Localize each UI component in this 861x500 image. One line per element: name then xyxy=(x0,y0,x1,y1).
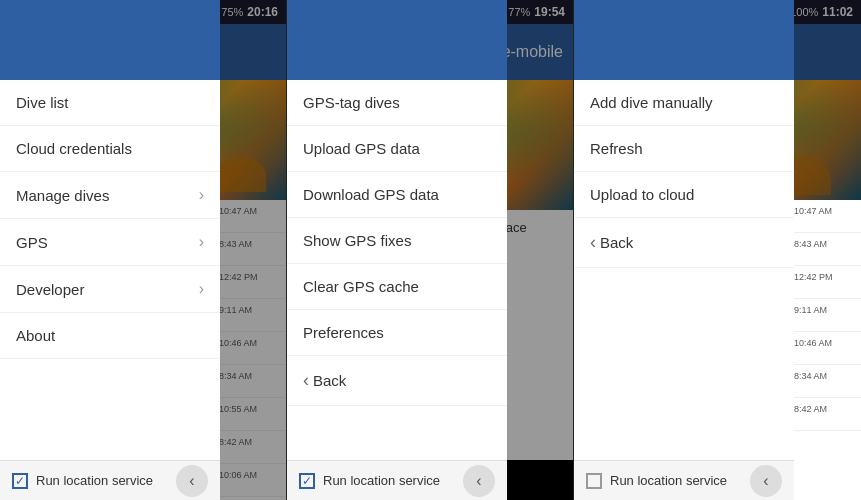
about-label: About xyxy=(16,327,55,344)
gps-menu-items: GPS-tag dives Upload GPS data Download G… xyxy=(287,80,507,460)
back-button-1[interactable]: ‹ xyxy=(176,465,208,497)
gps-tag-dives-label: GPS-tag dives xyxy=(303,94,400,111)
back-button-2[interactable]: ‹ xyxy=(463,465,495,497)
action-menu-header xyxy=(574,0,794,80)
drawer-item-gps[interactable]: GPS › xyxy=(0,219,220,266)
gps-menu-drawer: GPS-tag dives Upload GPS data Download G… xyxy=(287,0,507,500)
dive-list-label: Dive list xyxy=(16,94,69,111)
back-label-2: Back xyxy=(313,372,346,389)
show-gps-fixes-label: Show GPS fixes xyxy=(303,232,411,249)
panel-1: 📶 ◈ ⦿ 75% 20:16 🤿 Subsurface 04 Mar 2016… xyxy=(0,0,287,500)
back-button-3[interactable]: ‹ xyxy=(750,465,782,497)
show-gps-fixes[interactable]: Show GPS fixes xyxy=(287,218,507,264)
drawer-item-about[interactable]: About xyxy=(0,313,220,359)
upload-to-cloud[interactable]: Upload to cloud xyxy=(574,172,794,218)
drawer-footer-3: Run location service ‹ xyxy=(574,460,794,500)
chevron-right-icon: › xyxy=(199,233,204,251)
run-location-checkbox-1[interactable]: ✓ xyxy=(12,473,28,489)
drawer-footer-2: ✓ Run location service ‹ xyxy=(287,460,507,500)
run-location-label-2: Run location service xyxy=(323,473,440,488)
back-item-2[interactable]: ‹ Back xyxy=(287,356,507,406)
back-label-3: Back xyxy=(600,234,633,251)
back-chevron-icon-3: ‹ xyxy=(590,232,596,253)
drawer-item-dive-list[interactable]: Dive list xyxy=(0,80,220,126)
gps-tag-dives[interactable]: GPS-tag dives xyxy=(287,80,507,126)
refresh-label: Refresh xyxy=(590,140,643,157)
download-gps-data-label: Download GPS data xyxy=(303,186,439,203)
upload-to-cloud-label: Upload to cloud xyxy=(590,186,694,203)
gps-menu-header xyxy=(287,0,507,80)
run-location-checkbox-2[interactable]: ✓ xyxy=(299,473,315,489)
run-location-label-3: Run location service xyxy=(610,473,727,488)
upload-gps-data[interactable]: Upload GPS data xyxy=(287,126,507,172)
run-location-label-1: Run location service xyxy=(36,473,153,488)
chevron-right-icon: › xyxy=(199,280,204,298)
add-dive-manually[interactable]: Add dive manually xyxy=(574,80,794,126)
clear-gps-cache-label: Clear GPS cache xyxy=(303,278,419,295)
panel-2: 📶 ◈ ⦿ 77% 19:54 🤿 Subsurface ee Subsurfa… xyxy=(287,0,574,500)
clear-gps-cache[interactable]: Clear GPS cache xyxy=(287,264,507,310)
run-location-container-3[interactable]: Run location service xyxy=(586,473,727,489)
manage-dives-label: Manage dives xyxy=(16,187,109,204)
back-item-3[interactable]: ‹ Back xyxy=(574,218,794,268)
action-menu-drawer: Add dive manually Refresh Upload to clou… xyxy=(574,0,794,500)
drawer-footer-1: ✓ Run location service ‹ xyxy=(0,460,220,500)
back-chevron-icon-2: ‹ xyxy=(303,370,309,391)
drawer-item-manage-dives[interactable]: Manage dives › xyxy=(0,172,220,219)
preferences-label: Preferences xyxy=(303,324,384,341)
action-menu-items: Add dive manually Refresh Upload to clou… xyxy=(574,80,794,460)
drawer-item-cloud-credentials[interactable]: Cloud credentials xyxy=(0,126,220,172)
preferences[interactable]: Preferences xyxy=(287,310,507,356)
run-location-container-1[interactable]: ✓ Run location service xyxy=(12,473,153,489)
panel-3: 4G 📶 ⦿ 100% 11:02 🤿 Subsurface 04 Mar 20… xyxy=(574,0,861,500)
navigation-drawer-1: Dive list Cloud credentials Manage dives… xyxy=(0,0,220,500)
refresh[interactable]: Refresh xyxy=(574,126,794,172)
developer-label: Developer xyxy=(16,281,84,298)
add-dive-manually-label: Add dive manually xyxy=(590,94,713,111)
cloud-credentials-label: Cloud credentials xyxy=(16,140,132,157)
drawer-item-developer[interactable]: Developer › xyxy=(0,266,220,313)
chevron-right-icon: › xyxy=(199,186,204,204)
drawer-header-1 xyxy=(0,0,220,80)
run-location-container-2[interactable]: ✓ Run location service xyxy=(299,473,440,489)
run-location-checkbox-3[interactable] xyxy=(586,473,602,489)
upload-gps-data-label: Upload GPS data xyxy=(303,140,420,157)
drawer-menu-1: Dive list Cloud credentials Manage dives… xyxy=(0,80,220,460)
download-gps-data[interactable]: Download GPS data xyxy=(287,172,507,218)
gps-label: GPS xyxy=(16,234,48,251)
